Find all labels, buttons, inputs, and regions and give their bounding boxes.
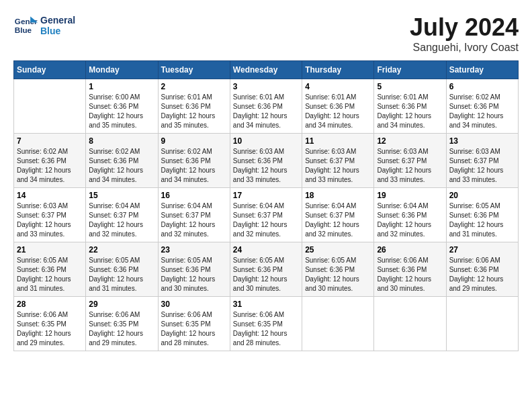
- calendar-cell: 20Sunrise: 6:05 AM Sunset: 6:36 PM Dayli…: [446, 188, 518, 242]
- calendar-cell: 1Sunrise: 6:00 AM Sunset: 6:36 PM Daylig…: [86, 79, 158, 134]
- calendar-table: SundayMondayTuesdayWednesdayThursdayFrid…: [13, 60, 519, 351]
- day-number: 13: [449, 136, 515, 146]
- day-number: 24: [233, 245, 299, 255]
- calendar-cell: [302, 297, 374, 351]
- day-info: Sunrise: 6:05 AM Sunset: 6:36 PM Dayligh…: [305, 256, 371, 293]
- day-info: Sunrise: 6:03 AM Sunset: 6:37 PM Dayligh…: [449, 147, 515, 185]
- calendar-cell: 25Sunrise: 6:05 AM Sunset: 6:36 PM Dayli…: [302, 242, 374, 297]
- calendar-week-row: 21Sunrise: 6:05 AM Sunset: 6:36 PM Dayli…: [14, 242, 519, 297]
- calendar-cell: 14Sunrise: 6:03 AM Sunset: 6:37 PM Dayli…: [14, 188, 86, 242]
- day-number: 20: [449, 191, 515, 200]
- day-number: 28: [17, 300, 83, 309]
- calendar-cell: 28Sunrise: 6:06 AM Sunset: 6:35 PM Dayli…: [14, 297, 86, 351]
- day-info: Sunrise: 6:02 AM Sunset: 6:36 PM Dayligh…: [161, 147, 227, 185]
- subtitle: Sanguehi, Ivory Coast: [410, 42, 519, 54]
- day-info: Sunrise: 6:03 AM Sunset: 6:37 PM Dayligh…: [377, 147, 443, 185]
- calendar-cell: 6Sunrise: 6:02 AM Sunset: 6:36 PM Daylig…: [446, 79, 518, 134]
- logo-icon: General Blue: [13, 13, 38, 38]
- day-number: 2: [161, 82, 227, 91]
- day-info: Sunrise: 6:03 AM Sunset: 6:37 PM Dayligh…: [17, 201, 83, 239]
- day-number: 31: [233, 300, 299, 309]
- day-number: 22: [89, 245, 154, 255]
- svg-text:Blue: Blue: [15, 26, 32, 34]
- day-info: Sunrise: 6:06 AM Sunset: 6:36 PM Dayligh…: [449, 256, 515, 293]
- calendar-cell: 29Sunrise: 6:06 AM Sunset: 6:35 PM Dayli…: [86, 297, 158, 351]
- header-day-wednesday: Wednesday: [230, 61, 302, 79]
- day-number: 29: [89, 300, 154, 309]
- day-number: 1: [89, 82, 154, 91]
- logo: General Blue General Blue: [13, 13, 75, 38]
- day-number: 11: [305, 136, 371, 146]
- logo-line1: General: [40, 15, 75, 26]
- day-number: 27: [449, 245, 515, 255]
- day-number: 3: [233, 82, 299, 91]
- calendar-cell: 5Sunrise: 6:01 AM Sunset: 6:36 PM Daylig…: [374, 79, 446, 134]
- calendar-cell: 22Sunrise: 6:05 AM Sunset: 6:36 PM Dayli…: [86, 242, 158, 297]
- day-info: Sunrise: 6:03 AM Sunset: 6:36 PM Dayligh…: [233, 147, 299, 185]
- calendar-cell: 23Sunrise: 6:05 AM Sunset: 6:36 PM Dayli…: [158, 242, 230, 297]
- calendar-cell: 21Sunrise: 6:05 AM Sunset: 6:36 PM Dayli…: [14, 242, 86, 297]
- calendar-cell: 18Sunrise: 6:04 AM Sunset: 6:37 PM Dayli…: [302, 188, 374, 242]
- header-day-monday: Monday: [86, 61, 158, 79]
- header: General Blue General Blue July 2024 Sang…: [13, 13, 519, 54]
- day-info: Sunrise: 6:04 AM Sunset: 6:37 PM Dayligh…: [161, 201, 227, 239]
- day-number: 26: [377, 245, 443, 255]
- calendar-cell: [14, 79, 86, 134]
- calendar-cell: 17Sunrise: 6:04 AM Sunset: 6:37 PM Dayli…: [230, 188, 302, 242]
- day-number: 17: [233, 191, 299, 200]
- day-info: Sunrise: 6:04 AM Sunset: 6:36 PM Dayligh…: [377, 201, 443, 239]
- day-info: Sunrise: 6:05 AM Sunset: 6:36 PM Dayligh…: [161, 256, 227, 293]
- day-info: Sunrise: 6:05 AM Sunset: 6:36 PM Dayligh…: [449, 201, 515, 239]
- day-number: 12: [377, 136, 443, 146]
- calendar-cell: 13Sunrise: 6:03 AM Sunset: 6:37 PM Dayli…: [446, 134, 518, 188]
- day-number: 19: [377, 191, 443, 200]
- calendar-cell: 8Sunrise: 6:02 AM Sunset: 6:36 PM Daylig…: [86, 134, 158, 188]
- day-number: 15: [89, 191, 154, 200]
- day-info: Sunrise: 6:01 AM Sunset: 6:36 PM Dayligh…: [377, 93, 443, 130]
- calendar-cell: 26Sunrise: 6:06 AM Sunset: 6:36 PM Dayli…: [374, 242, 446, 297]
- day-number: 5: [377, 82, 443, 91]
- day-info: Sunrise: 6:03 AM Sunset: 6:37 PM Dayligh…: [305, 147, 371, 185]
- calendar-cell: 12Sunrise: 6:03 AM Sunset: 6:37 PM Dayli…: [374, 134, 446, 188]
- day-number: 10: [233, 136, 299, 146]
- day-info: Sunrise: 6:04 AM Sunset: 6:37 PM Dayligh…: [305, 201, 371, 239]
- day-number: 7: [17, 136, 83, 146]
- day-number: 14: [17, 191, 83, 200]
- day-number: 25: [305, 245, 371, 255]
- calendar-cell: 11Sunrise: 6:03 AM Sunset: 6:37 PM Dayli…: [302, 134, 374, 188]
- calendar-cell: 2Sunrise: 6:01 AM Sunset: 6:36 PM Daylig…: [158, 79, 230, 134]
- calendar-cell: 30Sunrise: 6:06 AM Sunset: 6:35 PM Dayli…: [158, 297, 230, 351]
- day-info: Sunrise: 6:01 AM Sunset: 6:36 PM Dayligh…: [161, 93, 227, 130]
- calendar-week-row: 28Sunrise: 6:06 AM Sunset: 6:35 PM Dayli…: [14, 297, 519, 351]
- day-number: 8: [89, 136, 154, 146]
- calendar-week-row: 1Sunrise: 6:00 AM Sunset: 6:36 PM Daylig…: [14, 79, 519, 134]
- day-info: Sunrise: 6:05 AM Sunset: 6:36 PM Dayligh…: [89, 256, 154, 293]
- calendar-cell: 16Sunrise: 6:04 AM Sunset: 6:37 PM Dayli…: [158, 188, 230, 242]
- calendar-cell: 19Sunrise: 6:04 AM Sunset: 6:36 PM Dayli…: [374, 188, 446, 242]
- calendar-cell: 24Sunrise: 6:05 AM Sunset: 6:36 PM Dayli…: [230, 242, 302, 297]
- calendar-cell: 4Sunrise: 6:01 AM Sunset: 6:36 PM Daylig…: [302, 79, 374, 134]
- day-number: 16: [161, 191, 227, 200]
- calendar-header-row: SundayMondayTuesdayWednesdayThursdayFrid…: [14, 61, 519, 79]
- logo-line2: Blue: [40, 26, 75, 36]
- day-info: Sunrise: 6:00 AM Sunset: 6:36 PM Dayligh…: [89, 93, 154, 130]
- header-day-thursday: Thursday: [302, 61, 374, 79]
- calendar-cell: 27Sunrise: 6:06 AM Sunset: 6:36 PM Dayli…: [446, 242, 518, 297]
- calendar-cell: 31Sunrise: 6:06 AM Sunset: 6:35 PM Dayli…: [230, 297, 302, 351]
- day-number: 9: [161, 136, 227, 146]
- calendar-cell: [446, 297, 518, 351]
- day-info: Sunrise: 6:02 AM Sunset: 6:36 PM Dayligh…: [17, 147, 83, 185]
- calendar-cell: [374, 297, 446, 351]
- calendar-cell: 15Sunrise: 6:04 AM Sunset: 6:37 PM Dayli…: [86, 188, 158, 242]
- day-info: Sunrise: 6:06 AM Sunset: 6:35 PM Dayligh…: [161, 310, 227, 348]
- main-title: July 2024: [410, 13, 519, 42]
- day-info: Sunrise: 6:06 AM Sunset: 6:35 PM Dayligh…: [89, 310, 154, 348]
- day-number: 21: [17, 245, 83, 255]
- day-info: Sunrise: 6:02 AM Sunset: 6:36 PM Dayligh…: [89, 147, 154, 185]
- header-day-saturday: Saturday: [446, 61, 518, 79]
- day-info: Sunrise: 6:06 AM Sunset: 6:36 PM Dayligh…: [377, 256, 443, 293]
- day-number: 30: [161, 300, 227, 309]
- calendar-cell: 10Sunrise: 6:03 AM Sunset: 6:36 PM Dayli…: [230, 134, 302, 188]
- day-info: Sunrise: 6:02 AM Sunset: 6:36 PM Dayligh…: [449, 93, 515, 130]
- title-area: July 2024 Sanguehi, Ivory Coast: [410, 13, 519, 54]
